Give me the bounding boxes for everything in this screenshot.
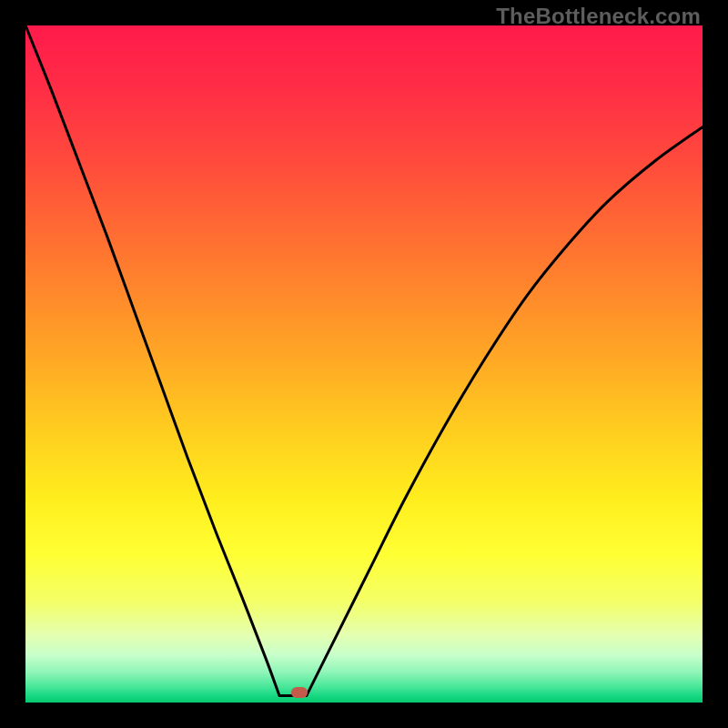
plot-area bbox=[25, 25, 703, 703]
chart-frame: TheBottleneck.com bbox=[0, 0, 728, 728]
optimum-marker bbox=[291, 687, 308, 698]
bottleneck-curve bbox=[25, 25, 703, 703]
